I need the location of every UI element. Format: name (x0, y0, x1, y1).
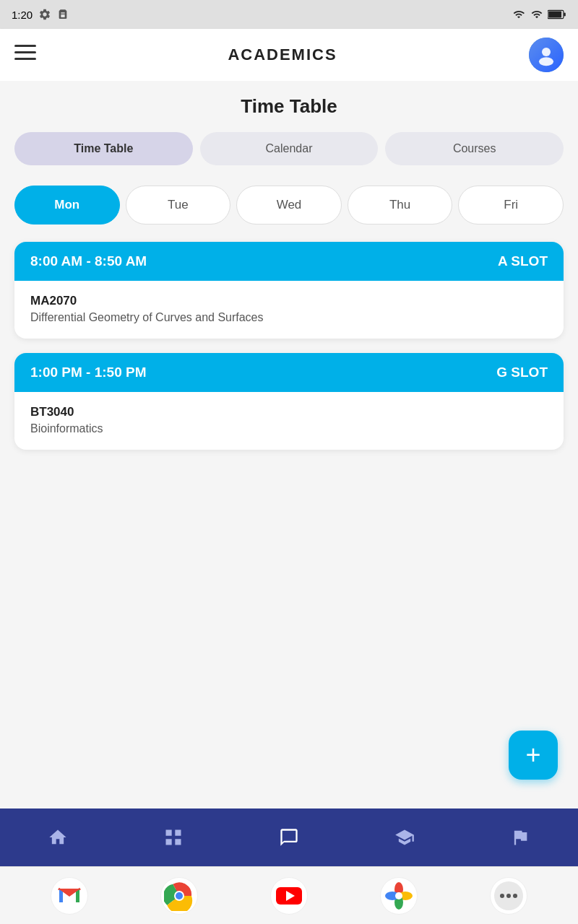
card-header-0: 8:00 AM - 8:50 AM A SLOT (14, 242, 564, 281)
tab-calendar[interactable]: Calendar (200, 132, 379, 165)
svg-rect-5 (14, 58, 36, 60)
main-content: Time Table Time Table Calendar Courses M… (0, 81, 578, 450)
svg-point-24 (506, 894, 511, 898)
time-display: 1:20 (12, 9, 33, 21)
sim-icon (57, 9, 69, 20)
hamburger-menu[interactable] (14, 45, 36, 65)
course-code-1: BT3040 (30, 405, 548, 419)
nav-graduation[interactable] (394, 827, 415, 847)
day-btn-thu[interactable]: Thu (348, 186, 453, 225)
card-body-1: BT3040 Bioinformatics (14, 392, 564, 450)
day-btn-tue[interactable]: Tue (126, 186, 231, 225)
svg-point-21 (395, 892, 402, 899)
day-selector: Mon Tue Wed Thu Fri (14, 186, 564, 225)
day-btn-mon[interactable]: Mon (14, 186, 120, 225)
svg-point-23 (500, 894, 504, 898)
nav-grid[interactable] (163, 827, 184, 847)
status-bar: 1:20 (0, 0, 578, 29)
fab-add-button[interactable]: + (509, 731, 558, 780)
android-taskbar (0, 866, 578, 924)
card-body-0: MA2070 Differential Geometry of Curves a… (14, 281, 564, 339)
course-code-0: MA2070 (30, 294, 548, 308)
avatar[interactable] (529, 38, 564, 72)
app-bar: ACADEMICS (0, 29, 578, 81)
nav-chat[interactable] (279, 827, 299, 847)
nav-home[interactable] (48, 827, 68, 847)
chrome-icon[interactable] (160, 877, 198, 915)
course-name-1: Bioinformatics (30, 422, 548, 435)
app-title: ACADEMICS (228, 45, 337, 64)
settings-icon (38, 8, 51, 21)
wifi-icon (512, 9, 526, 20)
card-header-1: 1:00 PM - 1:50 PM G SLOT (14, 353, 564, 392)
card-slot-0: A SLOT (498, 253, 548, 269)
youtube-icon[interactable] (270, 877, 308, 915)
svg-rect-2 (564, 13, 565, 17)
status-time: 1:20 (12, 8, 69, 21)
tab-courses[interactable]: Courses (385, 132, 564, 165)
nav-flag[interactable] (510, 827, 530, 847)
schedule-card-0: 8:00 AM - 8:50 AM A SLOT MA2070 Differen… (14, 242, 564, 339)
schedule-card-1: 1:00 PM - 1:50 PM G SLOT BT3040 Bioinfor… (14, 353, 564, 450)
photos-icon[interactable] (380, 877, 418, 915)
day-btn-wed[interactable]: Wed (236, 186, 342, 225)
svg-point-7 (539, 57, 553, 66)
card-slot-1: G SLOT (496, 365, 548, 380)
svg-rect-3 (14, 45, 36, 47)
battery-icon (548, 9, 566, 19)
bottom-nav (0, 808, 578, 866)
gmail-icon[interactable] (51, 877, 88, 915)
svg-rect-4 (14, 51, 36, 53)
more-apps-icon[interactable] (490, 877, 527, 915)
day-btn-fri[interactable]: Fri (458, 186, 564, 225)
course-name-0: Differential Geometry of Curves and Surf… (30, 311, 548, 324)
svg-point-6 (542, 48, 551, 56)
svg-point-25 (513, 894, 517, 898)
card-time-1: 1:00 PM - 1:50 PM (30, 365, 147, 380)
tabs-bar: Time Table Calendar Courses (14, 132, 564, 165)
svg-rect-1 (548, 12, 561, 18)
signal-icon (530, 9, 543, 20)
svg-point-14 (176, 892, 183, 899)
card-time-0: 8:00 AM - 8:50 AM (30, 253, 147, 269)
page-title: Time Table (14, 95, 564, 118)
tab-timetable[interactable]: Time Table (14, 132, 193, 165)
status-icons (512, 9, 566, 20)
